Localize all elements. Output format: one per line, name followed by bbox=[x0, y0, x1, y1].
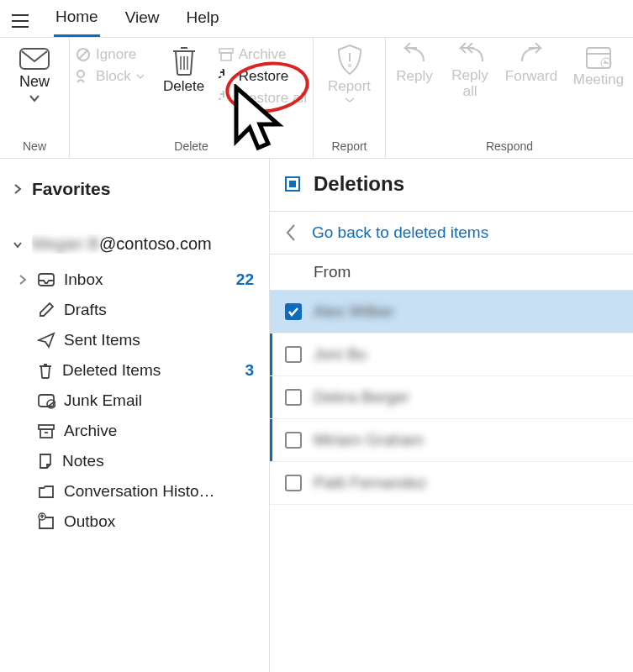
notes-icon bbox=[37, 452, 54, 470]
tab-view[interactable]: View bbox=[124, 7, 161, 35]
folder-drafts[interactable]: Drafts bbox=[13, 296, 261, 324]
inbox-icon bbox=[37, 271, 55, 288]
list-title: Deletions bbox=[314, 172, 404, 196]
restore-button[interactable]: Restore bbox=[219, 68, 307, 85]
undo-icon bbox=[219, 91, 234, 106]
hamburger-icon[interactable] bbox=[10, 13, 30, 29]
archive-icon bbox=[37, 423, 55, 439]
chevron-right-icon bbox=[12, 183, 24, 195]
reply-all-icon bbox=[454, 43, 486, 66]
favorites-header[interactable]: Favorites bbox=[8, 174, 261, 204]
message-row[interactable]: Alex Wilber bbox=[270, 291, 633, 333]
folder-sent[interactable]: Sent Items bbox=[13, 326, 261, 354]
folder-archive[interactable]: Archive bbox=[13, 417, 261, 445]
account-domain: @contoso.com bbox=[99, 234, 212, 253]
new-mail-button[interactable]: New bbox=[5, 43, 64, 102]
forward-button[interactable]: Forward bbox=[500, 43, 562, 85]
reply-button[interactable]: Reply bbox=[389, 43, 440, 85]
message-row[interactable]: Joni Bu bbox=[270, 333, 633, 376]
group-label-report: Report bbox=[331, 138, 367, 155]
row-checkbox[interactable] bbox=[285, 346, 302, 363]
svg-rect-21 bbox=[39, 395, 54, 407]
folder-conversation-history[interactable]: Conversation Histo… bbox=[13, 477, 261, 506]
mail-icon bbox=[19, 48, 50, 70]
reply-icon bbox=[400, 43, 429, 66]
report-button[interactable]: Report bbox=[317, 43, 382, 103]
svg-point-6 bbox=[77, 71, 84, 77]
restore-all-button[interactable]: Restore all bbox=[219, 90, 307, 107]
row-checkbox[interactable] bbox=[285, 303, 302, 320]
calendar-meeting-icon bbox=[584, 43, 613, 70]
message-row[interactable]: Miriam Graham bbox=[270, 419, 633, 462]
folder-icon bbox=[37, 483, 55, 500]
block-icon bbox=[76, 69, 91, 84]
tab-home[interactable]: Home bbox=[54, 6, 100, 37]
row-from: Debra Berger bbox=[314, 388, 409, 407]
row-from: Patti Fernandez bbox=[314, 474, 426, 492]
go-back-link[interactable]: Go back to deleted items bbox=[270, 212, 633, 255]
row-checkbox[interactable] bbox=[285, 475, 302, 491]
folder-deleted[interactable]: Deleted Items 3 bbox=[13, 356, 261, 385]
ignore-icon bbox=[76, 47, 91, 62]
archive-button[interactable]: Archive bbox=[219, 46, 307, 63]
reply-all-button[interactable]: Reply all bbox=[445, 43, 495, 99]
tab-help[interactable]: Help bbox=[185, 7, 221, 35]
message-row[interactable]: Debra Berger bbox=[270, 376, 633, 419]
svg-rect-25 bbox=[40, 429, 52, 438]
undo-icon bbox=[219, 69, 234, 84]
folder-junk[interactable]: Junk Email bbox=[13, 386, 261, 415]
row-checkbox[interactable] bbox=[285, 432, 302, 449]
chevron-down-icon bbox=[12, 240, 24, 249]
row-checkbox[interactable] bbox=[285, 389, 302, 406]
forward-icon bbox=[517, 43, 546, 66]
sent-icon bbox=[37, 332, 55, 349]
junk-icon bbox=[37, 392, 55, 409]
trash-icon bbox=[37, 361, 54, 380]
trash-icon bbox=[170, 43, 198, 76]
column-header-from: From bbox=[270, 255, 633, 291]
shield-warning-icon bbox=[335, 43, 364, 76]
group-label-new: New bbox=[23, 138, 46, 155]
svg-point-15 bbox=[348, 65, 351, 67]
folder-outbox[interactable]: Outbox bbox=[13, 507, 261, 536]
group-label-respond: Respond bbox=[486, 138, 533, 155]
chevron-right-icon bbox=[17, 274, 29, 286]
group-label-delete: Delete bbox=[174, 138, 208, 155]
svg-line-5 bbox=[79, 50, 87, 59]
message-row[interactable]: Patti Fernandez bbox=[270, 462, 633, 505]
account-header[interactable]: Megan B@contoso.com bbox=[8, 229, 261, 259]
ignore-button[interactable]: Ignore bbox=[76, 46, 145, 63]
svg-rect-13 bbox=[221, 53, 231, 60]
archive-icon bbox=[219, 48, 234, 61]
chevron-left-icon bbox=[285, 223, 297, 242]
block-button[interactable]: Block bbox=[76, 68, 145, 85]
drafts-icon bbox=[37, 301, 55, 319]
chevron-down-icon bbox=[29, 94, 40, 102]
svg-rect-3 bbox=[20, 49, 49, 69]
row-from: Miriam Graham bbox=[314, 431, 424, 449]
delete-button[interactable]: Delete bbox=[151, 43, 217, 95]
row-from: Joni Bu bbox=[314, 345, 367, 364]
folder-notes[interactable]: Notes bbox=[13, 447, 261, 475]
meeting-button[interactable]: Meeting bbox=[567, 43, 630, 88]
new-label: New bbox=[19, 73, 50, 91]
outbox-icon bbox=[37, 512, 55, 531]
row-from: Alex Wilber bbox=[314, 302, 394, 321]
select-all-checkbox[interactable] bbox=[285, 176, 300, 192]
folder-inbox[interactable]: Inbox 22 bbox=[13, 265, 261, 294]
account-user: Megan B bbox=[32, 234, 99, 253]
